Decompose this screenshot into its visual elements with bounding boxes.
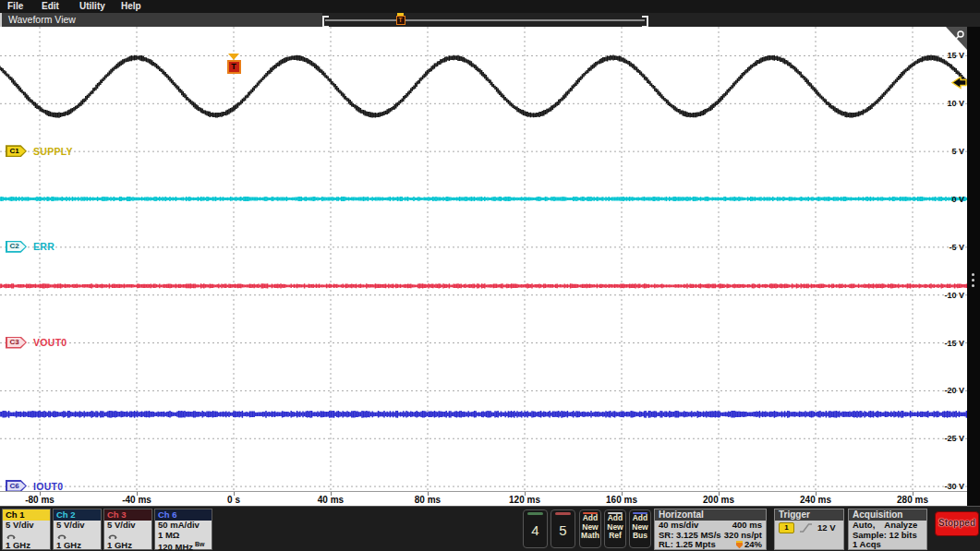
x-axis-label: 0 s (206, 495, 261, 505)
overview-trigger-marker-icon[interactable]: T (395, 13, 405, 26)
trace-c6-iout0 (0, 411, 966, 418)
horizontal-position: 24% (744, 540, 762, 550)
waveform-plot[interactable]: T 15 V10 V5 V0 V-5 V-10 V-15 V-20 V-25 V… (0, 27, 967, 491)
right-drawer-strip (967, 27, 980, 506)
trigger-panel-title: Trigger (775, 509, 843, 521)
menu-item-file[interactable]: File (7, 1, 23, 11)
acquisition-panel[interactable]: Acquisition Auto,Analyze Sample: 12 bits… (848, 509, 927, 550)
channel-badge-c6: C6 (7, 482, 26, 491)
x-axis-label: 120 ms (497, 495, 552, 505)
menu-item-edit[interactable]: Edit (42, 1, 59, 11)
trigger-level: 12 V (817, 523, 836, 533)
y-axis-label: -5 V (926, 243, 964, 252)
x-axis-label: 40 ms (303, 495, 358, 505)
tab-title: Waveform View (8, 14, 76, 25)
probe-coupling-icon (56, 531, 67, 539)
x-axis-label: 280 ms (885, 495, 940, 505)
channel-badge-c3: C3 (7, 338, 26, 347)
channel-bandwidth: 1 GHz (3, 541, 50, 551)
x-axis-label: 240 ms (788, 495, 843, 505)
channel-label-err: ERR (33, 241, 54, 252)
probe-coupling-icon (107, 531, 118, 539)
channel-button-5[interactable]: 5 (550, 509, 575, 548)
add-new-ref-button[interactable]: AddNewRef (604, 509, 626, 548)
x-axis-label: -40 ms (109, 495, 164, 505)
tab-waveform-view[interactable]: Waveform View (0, 13, 322, 27)
x-axis-label: -80 ms (12, 495, 67, 505)
menu-bar: FileEditUtilityHelp (0, 0, 980, 13)
trace-c3-vout0 (0, 283, 966, 288)
trigger-source-badge: 1 (779, 522, 794, 533)
channel-impedance: 1 MΩ (155, 531, 212, 541)
x-axis-label: 200 ms (691, 495, 746, 505)
y-axis-label: 10 V (926, 99, 964, 108)
trigger-position-marker-icon[interactable]: T (226, 54, 241, 74)
y-axis-label: 0 V (926, 195, 964, 204)
x-axis-label: 160 ms (594, 495, 649, 505)
channel-scale: 5 V/div (104, 521, 151, 531)
tab-row: Waveform View T (0, 13, 980, 27)
channel-label-supply: SUPPLY (33, 146, 73, 157)
horizontal-window: 400 ms (732, 521, 762, 531)
horizontal-record-length: RL: 1.25 Mpts (659, 540, 716, 550)
channel-settings-badge-ch1[interactable]: Ch 15 V/div1 GHz (2, 509, 51, 550)
channel-bandwidth: 1 GHz (104, 541, 151, 551)
trigger-panel[interactable]: Trigger 1 12 V (774, 509, 844, 550)
y-axis-label: 5 V (926, 147, 964, 156)
channel-scale: 5 V/div (3, 521, 50, 531)
add-new-bus-button[interactable]: AddNewBus (629, 509, 651, 548)
overview-bar[interactable] (325, 19, 645, 21)
channel-tag-c1[interactable]: C1SUPPLY (6, 145, 73, 157)
acquisition-count: 1 Acqs (849, 540, 926, 550)
run-stop-button[interactable]: Stopped (935, 511, 979, 536)
bw-limit-icon: Bw (193, 541, 204, 547)
horizontal-scale: 40 ms/div (659, 521, 698, 531)
probe-coupling-icon (6, 531, 17, 539)
trace-c2-err (0, 197, 966, 201)
rising-edge-icon (799, 522, 813, 533)
channel-bandwidth: 120 MHz Bw (155, 540, 212, 551)
time-axis: -80 ms-40 ms0 s40 ms80 ms120 ms160 ms200… (0, 491, 967, 507)
acquisition-mode: Auto, (853, 521, 875, 531)
drawer-handle-icon[interactable] (972, 273, 974, 276)
y-axis-label: -15 V (926, 339, 964, 348)
channel-bandwidth: 1 GHz (54, 541, 101, 551)
trace-c1-supply (0, 55, 966, 118)
y-axis-label: -25 V (926, 434, 964, 443)
add-new-math-button[interactable]: AddNewMath (579, 509, 601, 548)
y-axis-label: -20 V (926, 386, 964, 395)
acquisition-analyze: Analyze (884, 521, 917, 531)
y-axis-label: 15 V (926, 51, 964, 60)
y-axis-label: -30 V (926, 482, 964, 491)
channel-button-4[interactable]: 4 (523, 509, 548, 548)
channel-tag-c2[interactable]: C2ERR (6, 241, 54, 253)
channel-badge-c2: C2 (7, 242, 26, 251)
menu-item-utility[interactable]: Utility (79, 1, 105, 11)
channel-settings-badge-ch6[interactable]: Ch 650 mA/div1 MΩ120 MHz Bw (154, 509, 212, 550)
channel-scale: 50 mA/div (155, 521, 212, 531)
zoom-overlay-corner-icon[interactable] (946, 27, 967, 50)
channel-tag-c3[interactable]: C3VOUT0 (6, 337, 67, 349)
channel-settings-badge-ch3[interactable]: Ch 35 V/div1 GHz (103, 509, 152, 550)
x-axis-label: 80 ms (400, 495, 455, 505)
channel-label-vout0: VOUT0 (33, 337, 67, 348)
y-axis-label: -10 V (926, 291, 964, 300)
waveform-canvas (0, 27, 967, 491)
horizontal-panel[interactable]: Horizontal 40 ms/div400 ms SR: 3.125 MS/… (654, 509, 767, 550)
channel-settings-badge-ch2[interactable]: Ch 25 V/div1 GHz (53, 509, 102, 550)
channel-label-iout0: IOUT0 (33, 481, 63, 492)
oscilloscope-app: FileEditUtilityHelp Waveform View T T 15 (0, 0, 980, 551)
menu-item-help[interactable]: Help (121, 1, 141, 11)
trigger-level-arrow-icon[interactable] (951, 75, 967, 90)
horizontal-position-icon (736, 541, 743, 548)
settings-bar: Ch 15 V/div1 GHzCh 25 V/div1 GHzCh 35 V/… (0, 506, 980, 551)
channel-scale: 5 V/div (54, 521, 101, 531)
channel-badge-c1: C1 (7, 147, 26, 156)
